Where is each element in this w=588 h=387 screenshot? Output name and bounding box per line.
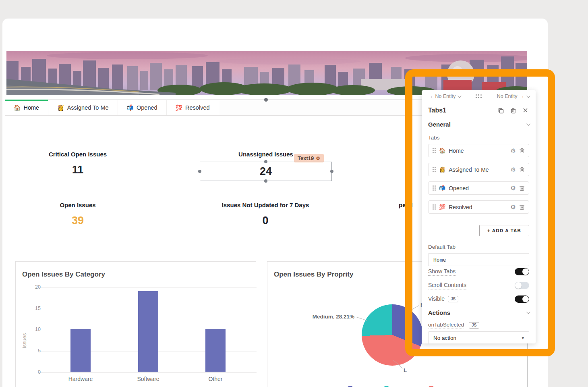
stat-unassigned-value: 24 bbox=[260, 165, 272, 178]
selected-widget-tag[interactable]: Text19 ⚙ bbox=[294, 154, 324, 162]
pie-chart[interactable] bbox=[362, 304, 423, 366]
panel-tab-row-home[interactable]: 🏠 Home ⚙ bbox=[428, 144, 529, 157]
add-tab-button[interactable]: + ADD A TAB bbox=[479, 225, 529, 236]
drag-handle-icon[interactable] bbox=[433, 204, 436, 210]
tab-resolved[interactable]: 💯 Resolved bbox=[167, 100, 219, 115]
js-toggle-badge[interactable]: JS bbox=[469, 322, 479, 329]
tab-settings-icon[interactable]: ⚙ bbox=[511, 147, 516, 154]
scroll-contents-label: Scroll Contents bbox=[428, 282, 466, 289]
stat-open-value: 39 bbox=[25, 214, 130, 227]
callout-leader-line bbox=[411, 305, 419, 310]
gear-icon[interactable]: ⚙ bbox=[316, 156, 320, 161]
stat-partial-label: pen I bbox=[399, 202, 413, 208]
gridline bbox=[39, 287, 257, 288]
scroll-contents-row: Scroll Contents bbox=[428, 281, 529, 289]
banner-image bbox=[6, 51, 527, 95]
pie-callout-low-partial: L bbox=[404, 367, 407, 373]
x-axis-line bbox=[39, 372, 257, 373]
bar-software[interactable] bbox=[138, 291, 158, 372]
mailbox-icon: 📬 bbox=[439, 185, 445, 191]
stat-notupdated-label: Issues Not Updated for 7 Days bbox=[213, 202, 318, 208]
tab-assigned-label: Assigned To Me bbox=[67, 104, 109, 111]
resize-handle-bottom[interactable] bbox=[264, 179, 267, 183]
bar-chart-card: Open Issues By Category 20 15 10 5 0 Iss… bbox=[15, 261, 256, 387]
pie-callout-medium: Medium, 28.21% bbox=[313, 314, 354, 320]
widget-resize-handle[interactable] bbox=[264, 98, 268, 102]
bar-chart-title: Open Issues By Category bbox=[22, 270, 105, 279]
delete-widget-icon[interactable] bbox=[510, 107, 517, 114]
default-tab-input[interactable] bbox=[428, 253, 529, 266]
arrow-right-icon: → bbox=[520, 94, 525, 99]
drag-handle-icon[interactable] bbox=[433, 148, 436, 153]
show-tabs-toggle[interactable] bbox=[515, 268, 529, 275]
tab-settings-icon[interactable]: ⚙ bbox=[511, 166, 516, 173]
tab-home-label: Home bbox=[23, 104, 39, 111]
tab-settings-icon[interactable]: ⚙ bbox=[511, 204, 516, 211]
tab-opened[interactable]: 📬 Opened bbox=[118, 100, 167, 115]
action-select[interactable]: No action ▾ bbox=[428, 331, 529, 343]
resize-handle-right[interactable] bbox=[330, 170, 333, 173]
mailbox-icon: 📬 bbox=[127, 104, 134, 111]
tab-settings-icon[interactable]: ⚙ bbox=[511, 185, 516, 192]
resize-handle-left[interactable] bbox=[198, 170, 201, 173]
tab-opened-label: Opened bbox=[137, 104, 157, 111]
action-select-value: No action bbox=[433, 335, 456, 341]
drag-handle-icon[interactable] bbox=[433, 167, 436, 172]
tab-home[interactable]: 🏠 Home bbox=[5, 100, 48, 115]
panel-connections-header: → No Entity No Entity → bbox=[422, 94, 536, 99]
connections-grid-icon[interactable] bbox=[476, 94, 482, 98]
section-general[interactable]: General bbox=[428, 121, 529, 128]
stat-critical-value: 11 bbox=[25, 164, 130, 176]
tab-delete-icon[interactable] bbox=[519, 148, 525, 154]
panel-tab-label: Resolved bbox=[449, 204, 507, 210]
stat-open-label: Open Issues bbox=[25, 202, 130, 208]
y-tick: 20 bbox=[25, 284, 41, 290]
scroll-contents-toggle[interactable] bbox=[515, 282, 529, 289]
section-actions-label: Actions bbox=[428, 309, 450, 316]
show-tabs-row: Show Tabs bbox=[428, 268, 529, 276]
widget-tag-label: Text19 bbox=[298, 155, 314, 161]
bar-hardware[interactable] bbox=[70, 329, 91, 372]
chevron-down-icon bbox=[526, 310, 530, 314]
person-icon: 👸 bbox=[57, 104, 64, 111]
tab-delete-icon[interactable] bbox=[519, 204, 525, 210]
y-tick: 10 bbox=[25, 327, 41, 332]
incoming-entity-selector[interactable]: → No Entity bbox=[428, 94, 460, 99]
close-panel-icon[interactable] bbox=[522, 107, 529, 114]
panel-tab-label: Opened bbox=[449, 185, 507, 191]
section-actions[interactable]: Actions bbox=[428, 309, 529, 316]
panel-tab-label: Assigned To Me bbox=[449, 166, 507, 173]
outgoing-entity-selector[interactable]: No Entity → bbox=[497, 94, 529, 99]
copy-widget-icon[interactable] bbox=[497, 107, 504, 114]
resize-handle-top[interactable] bbox=[264, 160, 267, 163]
section-general-label: General bbox=[428, 121, 451, 128]
visible-label: Visible bbox=[428, 295, 445, 303]
drag-handle-icon[interactable] bbox=[433, 185, 436, 191]
panel-tab-row-resolved[interactable]: 💯 Resolved ⚙ bbox=[428, 200, 529, 214]
selected-text-widget[interactable]: 24 bbox=[200, 162, 332, 181]
city-skyline-graphic bbox=[6, 51, 527, 95]
panel-tab-row-assigned[interactable]: 👸 Assigned To Me ⚙ bbox=[428, 163, 529, 176]
callout-leader-line bbox=[356, 317, 367, 321]
pie-chart-title: Open Issues By Proprity bbox=[274, 270, 353, 279]
bar-other[interactable] bbox=[205, 329, 226, 372]
panel-tab-label: Home bbox=[449, 148, 507, 154]
home-icon: 🏠 bbox=[439, 148, 445, 154]
caret-down-icon: ▾ bbox=[522, 335, 524, 341]
js-toggle-badge[interactable]: JS bbox=[448, 296, 458, 302]
outgoing-entity-label: No Entity bbox=[497, 94, 518, 99]
visible-toggle[interactable] bbox=[515, 295, 529, 303]
panel-tab-row-opened[interactable]: 📬 Opened ⚙ bbox=[428, 181, 529, 195]
chevron-down-icon bbox=[526, 94, 530, 98]
y-tick: 15 bbox=[25, 306, 41, 311]
arrow-right-icon: → bbox=[428, 94, 433, 99]
chevron-down-icon bbox=[458, 94, 462, 98]
stat-notupdated-value: 0 bbox=[213, 214, 318, 227]
panel-widget-name[interactable]: Tabs1 bbox=[428, 107, 497, 114]
on-tab-selected-text: onTabSelected bbox=[428, 322, 464, 329]
tab-delete-icon[interactable] bbox=[519, 166, 525, 173]
chevron-down-icon bbox=[526, 122, 530, 126]
tab-delete-icon[interactable] bbox=[519, 185, 525, 191]
person-icon: 👸 bbox=[439, 166, 445, 173]
tab-assigned-to-me[interactable]: 👸 Assigned To Me bbox=[48, 100, 118, 115]
